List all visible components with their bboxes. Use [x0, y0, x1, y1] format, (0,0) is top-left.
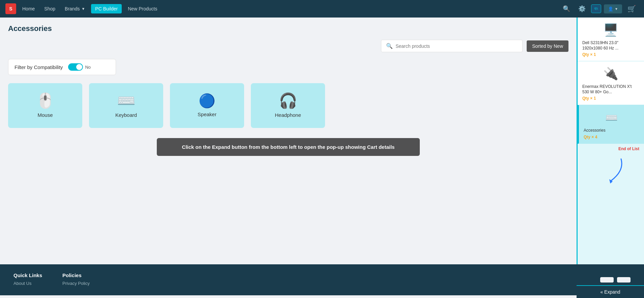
chevron-down-icon: ▼	[615, 7, 618, 11]
policies-title: Policies	[62, 272, 90, 278]
mouse-icon: 🖱️	[36, 93, 55, 108]
nav-pc-builder[interactable]: PC Builder	[91, 4, 122, 13]
search-icon[interactable]: 🔍	[560, 3, 573, 14]
page-title: Accessories	[8, 24, 568, 33]
search-box: 🔍	[381, 40, 523, 52]
language-button[interactable]: বাং	[591, 4, 601, 13]
headphone-icon: 🎧	[279, 93, 297, 108]
cart-sidebar: 🖥️ Dell S2319HN 23.0" 1920x1080 60 Hz ..…	[577, 18, 644, 264]
footer-quick-links: Quick Links About Us	[13, 272, 42, 287]
speaker-icon: 🔵	[199, 94, 215, 107]
cart-item-accessories-name: Accessories	[584, 128, 639, 133]
footer: Quick Links About Us Policies Privacy Po…	[0, 264, 644, 295]
blue-arrow-svg	[594, 157, 628, 184]
cart-item-psu[interactable]: 🔌 Enermax REVOLUTION X't 530 W 80+ Go...…	[578, 61, 644, 105]
nav-new-products[interactable]: New Products	[124, 4, 160, 13]
cart-item-accessories-img: ⌨️	[584, 109, 639, 126]
category-headphone[interactable]: 🎧 Headphone	[251, 83, 325, 128]
keyboard-icon: ⌨️	[117, 93, 136, 108]
logo[interactable]: S	[5, 3, 16, 14]
search-icon: 🔍	[386, 43, 393, 49]
footer-btn-1[interactable]	[600, 277, 614, 283]
user-icon: 👤	[608, 6, 613, 11]
cart-item-accessories-qty: Qty × 4	[584, 135, 639, 139]
category-keyboard-label: Keyboard	[115, 112, 137, 118]
nav-home[interactable]: Home	[19, 4, 38, 13]
arrow-annotation	[578, 154, 644, 188]
cart-item-psu-name: Enermax REVOLUTION X't 530 W 80+ Go...	[582, 84, 639, 95]
category-headphone-label: Headphone	[275, 112, 301, 118]
filter-label: Filter by Compatibility	[14, 64, 63, 70]
settings-icon[interactable]: ⚙️	[576, 3, 588, 14]
category-mouse-label: Mouse	[37, 112, 53, 118]
cart-item-psu-img: 🔌	[582, 65, 639, 82]
psu-icon: 🔌	[603, 67, 618, 81]
accessories-icon: ⌨️	[605, 112, 618, 124]
cart-icon[interactable]: 🛒	[625, 3, 639, 15]
cart-item-accessories[interactable]: ⌨️ Accessories Qty × 4	[578, 105, 644, 144]
navbar: S Home Shop Brands ▼ PC Builder New Prod…	[0, 0, 644, 18]
category-speaker[interactable]: 🔵 Speaker	[170, 83, 244, 128]
cart-item-monitor-qty: Qty × 1	[582, 52, 639, 57]
category-speaker-label: Speaker	[198, 111, 216, 117]
main-layout: Accessories 🔍 Sorted by New Filter by Co…	[0, 18, 644, 264]
cart-item-psu-qty: Qty × 1	[582, 96, 639, 101]
user-menu-button[interactable]: 👤 ▼	[604, 4, 622, 13]
monitor-icon: 🖥️	[603, 23, 618, 37]
end-of-list: End of List	[578, 144, 644, 154]
footer-policies: Policies Privacy Policy	[62, 272, 90, 287]
search-input[interactable]	[396, 43, 518, 49]
category-mouse[interactable]: 🖱️ Mouse	[8, 83, 82, 128]
cart-item-monitor[interactable]: 🖥️ Dell S2319HN 23.0" 1920x1080 60 Hz ..…	[578, 18, 644, 61]
filter-bar: Filter by Compatibility No	[8, 59, 116, 75]
footer-btn-2[interactable]	[617, 277, 631, 283]
toggle-thumb	[76, 64, 82, 70]
chevron-down-icon: ▼	[81, 7, 85, 11]
sort-button[interactable]: Sorted by New	[527, 40, 568, 52]
nav-brands[interactable]: Brands ▼	[61, 4, 88, 13]
tooltip-message: Click on the Expand button from the bott…	[157, 138, 420, 156]
quick-links-title: Quick Links	[13, 272, 42, 278]
toggle-track[interactable]	[68, 63, 83, 71]
content-area: Accessories 🔍 Sorted by New Filter by Co…	[0, 18, 577, 264]
cart-item-monitor-name: Dell S2319HN 23.0" 1920x1080 60 Hz ...	[582, 40, 639, 51]
toggle-state-label: No	[85, 65, 91, 70]
cart-item-monitor-img: 🖥️	[582, 22, 639, 38]
nav-shop[interactable]: Shop	[41, 4, 59, 13]
expand-button[interactable]: « Expand	[577, 285, 644, 298]
categories-grid: 🖱️ Mouse ⌨️ Keyboard 🔵 Speaker 🎧 Headpho…	[8, 83, 568, 128]
compatibility-toggle[interactable]: No	[68, 63, 91, 71]
category-keyboard[interactable]: ⌨️ Keyboard	[89, 83, 163, 128]
footer-privacy-link[interactable]: Privacy Policy	[62, 281, 90, 286]
footer-about-link[interactable]: About Us	[13, 281, 42, 286]
search-sort-bar: 🔍 Sorted by New	[8, 40, 568, 52]
